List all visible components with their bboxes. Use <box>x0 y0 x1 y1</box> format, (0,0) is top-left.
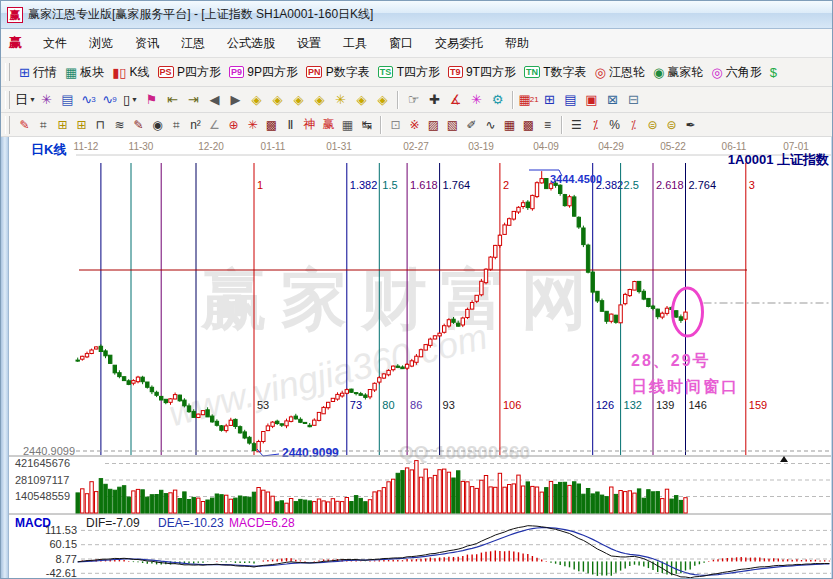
report-button[interactable]: ▤ <box>560 90 581 110</box>
gold-grid2-icon[interactable]: ⊞ <box>72 116 91 134</box>
shade-box-icon[interactable]: ▧ <box>443 116 462 134</box>
chart-canvas[interactable]: 日K线11-1211-3012-2001-1101-3102-2703-1904… <box>1 137 833 579</box>
kline-button[interactable]: ▮▯K线 <box>112 64 149 81</box>
p-number-table-button[interactable]: PN P数字表 <box>306 64 370 81</box>
menu-item-1[interactable]: 文件 <box>32 31 78 56</box>
grid-red1-icon[interactable]: ▦ <box>500 116 519 134</box>
menu-item-10[interactable]: 帮助 <box>494 31 540 56</box>
mini-chart3-icon[interactable]: ∿3 <box>78 90 99 110</box>
n2-icon[interactable]: n² <box>186 116 205 134</box>
fan-box-icon[interactable]: ▨ <box>424 116 443 134</box>
winner-wheel-button[interactable]: ◉赢家轮 <box>653 64 703 81</box>
f-ruler-icon[interactable]: ⊓ <box>91 116 110 134</box>
prev-bar-button[interactable]: ◀ <box>204 90 225 110</box>
zigzag-icon[interactable]: ∿ <box>481 116 500 134</box>
angle-measure-button[interactable]: ∡ <box>445 90 466 110</box>
target1-icon[interactable]: ⊕ <box>224 116 243 134</box>
brush-icon[interactable]: ✎ <box>129 116 148 134</box>
percent-line-icon[interactable]: ⁒ <box>586 116 605 134</box>
pause-icon[interactable]: Ⅱ <box>281 116 300 134</box>
chart-area[interactable]: 日K线11-1211-3012-2001-1101-3102-2703-1904… <box>1 137 833 579</box>
menu-item-6[interactable]: 设置 <box>286 31 332 56</box>
target3-icon[interactable]: ▩ <box>262 116 281 134</box>
target2-icon[interactable]: ✳ <box>243 116 262 134</box>
pencil-icon[interactable]: ✐ <box>462 116 481 134</box>
angle-icon[interactable]: ∠ <box>205 116 224 134</box>
crosshair-button[interactable]: ✚ <box>424 90 445 110</box>
hexagon-button[interactable]: ◎六角形 <box>711 64 761 81</box>
data-transfer-button[interactable]: ⊟ <box>623 90 644 110</box>
zoom-diamond4-button[interactable]: ◈ <box>309 90 330 110</box>
p9-square-button[interactable]: P9 9P四方形 <box>229 64 298 81</box>
percent-icon[interactable]: % <box>605 116 624 134</box>
p-number-table-button-label: P数字表 <box>326 64 370 81</box>
gold-coin1-icon[interactable]: ⊜ <box>643 116 662 134</box>
hexagon-button-label: 六角形 <box>726 64 762 81</box>
note-icon[interactable]: ▤ <box>57 90 78 110</box>
save-button[interactable]: ▣ <box>581 90 602 110</box>
zoom-diamond2-button[interactable]: ◈ <box>267 90 288 110</box>
flag-icon[interactable]: ⚑ <box>141 90 162 110</box>
win-icon[interactable]: 赢 <box>319 116 338 134</box>
child-window-icon[interactable]: 赢 <box>9 34 22 52</box>
shen-icon[interactable]: 神 <box>300 116 319 134</box>
candle-style-button[interactable]: ▯▼ <box>120 90 141 110</box>
zoom-diamond6-button[interactable]: ◈ <box>372 90 393 110</box>
toolbar-icons: 日▼✳▤∿3∿9▯▼⚑⇤⇥◀▶◈◈◈◈✳◈◈☞✚∡✳⚙▦21⊞▤▣⊠⊟ <box>1 87 832 113</box>
ink-pen-icon[interactable]: ✒ <box>681 116 700 134</box>
svg-text:126: 126 <box>596 399 614 411</box>
p-square-button-label: P四方形 <box>177 64 221 81</box>
menu-item-2[interactable]: 浏览 <box>78 31 124 56</box>
t9-square-button[interactable]: T9 9T四方形 <box>448 64 516 81</box>
zoom-star-button[interactable]: ✳ <box>330 90 351 110</box>
svg-text:QQ:100800360: QQ:100800360 <box>399 442 530 463</box>
scale-list-icon[interactable]: ☰ <box>567 116 586 134</box>
date-tick: 05-22 <box>660 141 686 152</box>
fan-lines-icon[interactable]: ※ <box>405 116 424 134</box>
zoom-diamond5-button[interactable]: ◈ <box>351 90 372 110</box>
menu-item-7[interactable]: 工具 <box>332 31 378 56</box>
export-button[interactable]: ⊠ <box>602 90 623 110</box>
menu-item-9[interactable]: 交易委托 <box>424 31 494 56</box>
spiral-icon[interactable]: ≋ <box>110 116 129 134</box>
gann-wheel-button[interactable]: ◎江恩轮 <box>595 64 645 81</box>
period-day-button[interactable]: 日▼ <box>15 90 36 110</box>
menu-item-3[interactable]: 资讯 <box>124 31 170 56</box>
compass-icon[interactable]: ◉ <box>148 116 167 134</box>
menu-item-5[interactable]: 公式选股 <box>216 31 286 56</box>
first-bar-button[interactable]: ⇤ <box>162 90 183 110</box>
calculator-button[interactable]: ⊞ <box>539 90 560 110</box>
p-square-button[interactable]: PS P四方形 <box>158 64 221 81</box>
group-icon[interactable]: ⚙ <box>487 90 508 110</box>
width-measure-icon[interactable]: ↹ <box>357 116 376 134</box>
calendar-button[interactable]: ▦21 <box>518 90 539 110</box>
zoom-diamond3-button[interactable]: ◈ <box>288 90 309 110</box>
gold-grid1-icon[interactable]: ⊞ <box>53 116 72 134</box>
scroll-marker <box>780 456 788 462</box>
overlay-icon[interactable]: ✳ <box>36 90 57 110</box>
slant-lines-icon[interactable]: ≡ <box>538 116 557 134</box>
box-tool-icon[interactable]: ⊡ <box>386 116 405 134</box>
gold-coin2-icon[interactable]: ⊜ <box>662 116 681 134</box>
gift-icon[interactable]: ✳ <box>466 90 487 110</box>
menu-item-8[interactable]: 窗口 <box>378 31 424 56</box>
draw-pen-icon[interactable]: ✎ <box>15 116 34 134</box>
gann-grid-icon[interactable]: ⌗ <box>34 116 53 134</box>
last-bar-button[interactable]: ⇥ <box>183 90 204 110</box>
percent-level-icon[interactable]: ⁒ <box>624 116 643 134</box>
ruler-grid-icon[interactable]: ▦ <box>338 116 357 134</box>
money-button[interactable]: $ <box>770 66 780 79</box>
svg-text:2.618: 2.618 <box>656 179 684 191</box>
hand-tool-button[interactable]: ☞ <box>403 90 424 110</box>
zoom-diamond1-button[interactable]: ◈ <box>246 90 267 110</box>
svg-text:赢家财富网: 赢家财富网 <box>200 262 601 336</box>
sectors-button[interactable]: ▦板块 <box>65 64 104 81</box>
mini-chart9-icon[interactable]: ∿9 <box>99 90 120 110</box>
t-square-button[interactable]: TS T四方形 <box>378 64 440 81</box>
grid-red2-icon[interactable]: ▩ <box>519 116 538 134</box>
next-bar-button[interactable]: ▶ <box>225 90 246 110</box>
quotes-button[interactable]: ⊞行情 <box>19 64 57 81</box>
comb-icon[interactable]: ⌗ <box>167 116 186 134</box>
t-number-table-button[interactable]: TN T数字表 <box>524 64 587 81</box>
menu-item-4[interactable]: 江恩 <box>170 31 216 56</box>
